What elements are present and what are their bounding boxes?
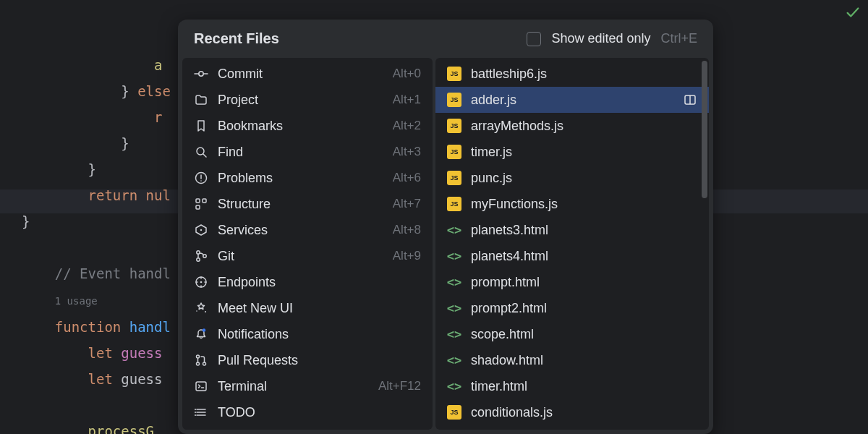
tool-windows-list[interactable]: CommitAlt+0ProjectAlt+1BookmarksAlt+2Fin… <box>182 58 433 430</box>
todo-icon <box>194 405 208 420</box>
recent-file-item[interactable]: <>planets4.html <box>435 243 709 269</box>
show-edited-only-checkbox[interactable] <box>527 32 541 46</box>
terminal-icon <box>194 379 208 393</box>
tool-window-item-commit[interactable]: CommitAlt+0 <box>182 61 433 87</box>
tool-window-shortcut: Alt+8 <box>393 223 421 237</box>
tool-window-item-bookmarks[interactable]: BookmarksAlt+2 <box>182 113 433 139</box>
show-edited-only-label[interactable]: Show edited only <box>551 31 650 46</box>
popup-header: Recent Files Show edited only Ctrl+E <box>178 20 713 58</box>
file-name: timer.js <box>471 145 697 160</box>
svg-point-31 <box>195 414 196 416</box>
tool-window-label: Bookmarks <box>218 119 383 134</box>
tool-window-shortcut: Alt+1 <box>393 93 421 107</box>
recent-file-item[interactable]: <>scope.html <box>435 321 709 347</box>
inspection-ok-icon[interactable] <box>845 4 861 20</box>
recent-file-item[interactable]: <>timer.html <box>435 373 709 399</box>
svg-rect-10 <box>203 199 206 203</box>
html-file-icon: <> <box>447 379 461 393</box>
svg-line-4 <box>203 154 206 157</box>
meet-new-ui-icon <box>194 301 208 315</box>
svg-point-29 <box>195 409 196 410</box>
svg-point-12 <box>200 229 202 231</box>
tool-window-label: Problems <box>218 171 383 186</box>
tool-window-item-problems[interactable]: ProblemsAlt+6 <box>182 165 433 191</box>
tool-window-shortcut: Alt+7 <box>393 197 421 211</box>
tool-window-label: Endpoints <box>218 275 421 290</box>
recent-file-item[interactable]: JSmyFunctions.js <box>435 191 709 217</box>
tool-window-shortcut: Alt+F12 <box>378 379 421 393</box>
recent-file-item[interactable]: <>planets3.html <box>435 217 709 243</box>
tool-window-item-project[interactable]: ProjectAlt+1 <box>182 87 433 113</box>
recent-file-item[interactable]: <>prompt2.html <box>435 295 709 321</box>
recent-file-item[interactable]: JSconditionals.js <box>435 399 709 425</box>
file-name: prompt.html <box>471 275 697 290</box>
tool-window-label: Meet New UI <box>218 301 421 316</box>
recent-file-item[interactable]: <>shadow.html <box>435 347 709 373</box>
html-file-icon: <> <box>447 275 461 289</box>
file-name: timer.html <box>471 379 697 394</box>
recent-files-popup: Recent Files Show edited only Ctrl+E Com… <box>178 20 713 434</box>
file-name: arrayMethods.js <box>471 119 697 134</box>
open-in-split-icon[interactable] <box>683 93 697 107</box>
notifications-icon <box>194 327 208 341</box>
html-file-icon: <> <box>447 223 461 237</box>
tool-window-label: Commit <box>218 67 383 82</box>
recent-file-item[interactable]: <>prompt.html <box>435 269 709 295</box>
show-edited-only-shortcut: Ctrl+E <box>660 31 697 46</box>
tool-window-shortcut: Alt+0 <box>393 67 421 81</box>
tool-window-item-structure[interactable]: StructureAlt+7 <box>182 191 433 217</box>
html-file-icon: <> <box>447 301 461 315</box>
tool-window-item-meet-new-ui[interactable]: Meet New UI <box>182 295 433 321</box>
tool-window-label: Find <box>218 145 383 160</box>
tool-window-label: Terminal <box>218 379 369 394</box>
problems-icon <box>194 171 208 185</box>
tool-window-item-todo[interactable]: TODO <box>182 399 433 425</box>
html-file-icon: <> <box>447 327 461 341</box>
tool-window-shortcut: Alt+9 <box>393 249 421 263</box>
recent-file-item[interactable]: JSbattleship6.js <box>435 61 709 87</box>
tool-window-label: Services <box>218 223 383 238</box>
tool-window-label: Project <box>218 93 383 108</box>
file-name: shadow.html <box>471 353 697 368</box>
bookmarks-icon <box>194 119 208 133</box>
html-file-icon: <> <box>447 249 461 263</box>
tool-window-label: Structure <box>218 197 383 212</box>
file-name: punc.js <box>471 171 697 186</box>
tool-window-shortcut: Alt+3 <box>393 145 421 159</box>
popup-title: Recent Files <box>194 30 516 47</box>
endpoints-icon <box>194 275 208 289</box>
recent-files-list[interactable]: JSbattleship6.jsJSadder.jsJSarrayMethods… <box>435 58 709 430</box>
tool-window-label: Notifications <box>218 327 421 342</box>
scrollbar-thumb[interactable] <box>702 61 707 198</box>
find-icon <box>194 145 208 159</box>
recent-file-item[interactable]: JStimer.js <box>435 139 709 165</box>
services-icon <box>194 223 208 237</box>
tool-window-item-pull-requests[interactable]: Pull Requests <box>182 347 433 373</box>
js-file-icon: JS <box>447 67 461 81</box>
tool-window-item-endpoints[interactable]: Endpoints <box>182 269 433 295</box>
tool-window-item-notifications[interactable]: Notifications <box>182 321 433 347</box>
file-name: planets4.html <box>471 249 697 264</box>
js-file-icon: JS <box>447 119 461 133</box>
js-file-icon: JS <box>447 197 461 211</box>
tool-window-label: Pull Requests <box>218 353 421 368</box>
svg-rect-9 <box>196 205 200 209</box>
js-file-icon: JS <box>447 171 461 185</box>
recent-file-item[interactable]: JSpunc.js <box>435 165 709 191</box>
file-name: scope.html <box>471 327 697 342</box>
structure-icon <box>194 197 208 211</box>
svg-point-19 <box>196 310 197 312</box>
file-name: prompt2.html <box>471 301 697 316</box>
tool-window-item-git[interactable]: GitAlt+9 <box>182 243 433 269</box>
tool-window-item-find[interactable]: FindAlt+3 <box>182 139 433 165</box>
tool-window-item-terminal[interactable]: TerminalAlt+F12 <box>182 373 433 399</box>
svg-point-17 <box>200 281 203 284</box>
svg-point-0 <box>199 72 203 76</box>
commit-icon <box>194 67 208 81</box>
tool-window-label: TODO <box>218 405 421 420</box>
tool-window-shortcut: Alt+2 <box>393 119 421 133</box>
recent-file-item[interactable]: JSadder.js <box>435 87 709 113</box>
js-file-icon: JS <box>447 405 461 420</box>
recent-file-item[interactable]: JSarrayMethods.js <box>435 113 709 139</box>
tool-window-item-services[interactable]: ServicesAlt+8 <box>182 217 433 243</box>
